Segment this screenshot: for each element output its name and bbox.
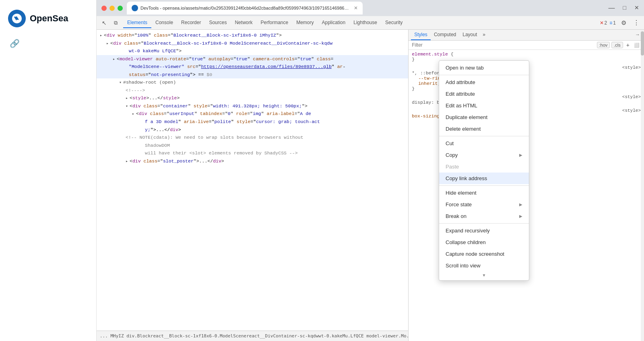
tab-network[interactable]: Network [231,18,256,28]
context-menu-separator-4 [439,223,529,224]
styles-scrollbar[interactable] [641,30,644,341]
context-menu: Open in new tab Add attribute Edit attri… [439,60,529,281]
message-badge: ≡ 1 [609,20,616,26]
context-menu-item-force-state[interactable]: Force state ▶ [439,199,529,210]
context-menu-item-cut[interactable]: Cut [439,138,529,149]
html-content[interactable]: ▸ <div width="100%" class="Blockreact__B… [97,30,408,331]
html-line-cont2: "ModelScene--viewer" src="https://opense… [97,63,408,71]
error-badge: ✕ 2 [600,20,607,26]
pseudo-filter-btn[interactable]: :hov [597,42,610,48]
scroll-down-icon: ▼ [482,273,486,277]
context-menu-item-scroll[interactable]: Scroll into view [439,260,529,271]
tab-computed[interactable]: Computed [431,30,459,40]
maximize-window-btn[interactable] [118,6,123,11]
sidebar-link-icon[interactable]: 🔗 [0,31,29,56]
opensea-logo-text: OpenSea [30,13,68,24]
toolbar-right: ✕ 2 ≡ 1 ⚙ ⋮ [600,18,642,28]
tab-styles[interactable]: Styles [411,30,431,40]
browser-controls-right: — □ ✕ [609,4,639,12]
browser-tab[interactable]: DevTools - opensea.io/assets/matic/0x295… [127,2,363,14]
tab-title: DevTools - opensea.io/assets/matic/0x295… [140,6,350,10]
close-window-btn[interactable] [101,6,107,11]
add-style-btn[interactable]: + [625,42,631,48]
context-menu-item-duplicate[interactable]: Duplicate element [439,111,529,123]
html-line-userinput2: f a 3D model" aria-live="polite" style="… [97,118,408,126]
tab-favicon [132,5,138,11]
context-menu-item-open-tab[interactable]: Open in new tab [439,62,529,74]
html-line-cont3: status="not-presenting"> == $0 [97,71,408,79]
error-x-icon: ✕ [600,20,604,26]
inspect-element-btn[interactable]: ↖ [99,18,109,28]
context-menu-item-edit-attr[interactable]: Edit attribute [439,88,529,100]
html-line-note2: ShadowDOM [97,142,408,150]
devtools-main: 〜 Price History All Time ▾ [97,30,644,341]
context-menu-item-edit-html[interactable]: Edit as HTML [439,100,529,111]
tab-sources[interactable]: Sources [205,18,231,28]
tab-console[interactable]: Console [151,18,177,28]
styles-more-tabs[interactable]: » [481,30,487,40]
browser-chrome: DevTools - opensea.io/assets/matic/0x295… [97,0,644,16]
context-menu-separator-3 [439,185,529,186]
context-menu-item-delete[interactable]: Delete element [439,123,529,135]
html-line: ▸ <div class="Blockreact__Block-sc-1xf18… [97,39,408,47]
settings-btn[interactable]: ⚙ [618,18,629,28]
html-line-style: ▸ <style>...</style> [97,94,408,102]
html-line-note: <!-- NOTE(cdata): We need to wrap slots … [97,134,408,142]
link-icon: 🔗 [10,39,20,48]
tab-recorder[interactable]: Recorder [177,18,205,28]
styles-filter-input[interactable] [412,42,595,48]
styles-filter-row: :hov .cls + ⬜ [409,41,644,50]
more-btn[interactable]: ⋮ [631,18,642,28]
context-menu-item-copy-link[interactable]: Copy link address [439,173,529,184]
html-line-slot: ▸ <div class="slot_poster">...</div> [97,157,408,165]
context-menu-scroll-indicator: ▼ [439,271,529,279]
html-line-comment1: <!----> [97,86,408,94]
html-panel: ▸ <div width="100%" class="Blockreact__B… [97,30,409,341]
close-icon[interactable]: ✕ [634,4,639,12]
context-menu-separator-2 [439,136,529,136]
html-line-selected: ▸ <model-viewer auto-rotate="true" autop… [97,55,408,63]
tab-close-icon[interactable]: ✕ [354,5,358,11]
context-menu-item-collapse[interactable]: Collapse children [439,236,529,248]
tab-memory[interactable]: Memory [292,18,318,28]
class-filter-btn[interactable]: .cls [611,42,623,48]
tab-security[interactable]: Security [381,18,407,28]
html-line-userinput3: y;">...</div> [97,126,408,134]
console-msg-icon: ≡ [609,20,612,26]
context-menu-separator-1 [439,75,529,75]
devtools-wrapper: DevTools - opensea.io/assets/matic/0x295… [97,0,644,341]
copy-submenu-arrow: ▶ [519,153,522,157]
html-line-container: ▾ <div class="container" style="width: 4… [97,102,408,110]
context-menu-item-add-attr[interactable]: Add attribute [439,76,529,88]
context-menu-item-capture[interactable]: Capture node screenshot [439,248,529,260]
tab-elements[interactable]: Elements [123,18,151,28]
window-controls [101,6,123,11]
restore-icon[interactable]: □ [623,4,626,12]
html-line-note3: will have their <slot> elements removed … [97,149,408,157]
minimize-window-btn[interactable] [109,6,115,11]
devtools-body: ↖ ⧉ Elements Console Recorder Sources Ne… [97,16,644,341]
opensea-logo[interactable]: OpenSea [0,6,96,31]
context-menu-item-hide[interactable]: Hide element [439,187,529,199]
context-menu-item-break-on[interactable]: Break on ▶ [439,210,529,222]
html-line-userinput: ▸ <div class="userInput" tabindex="0" ro… [97,110,408,118]
opensea-wave-icon [11,13,23,24]
logo-circle [8,10,26,27]
tab-application[interactable]: Application [318,18,350,28]
tab-layout[interactable]: Layout [459,30,480,40]
styles-panel-close[interactable]: → [634,30,642,40]
device-toolbar-btn[interactable]: ⧉ [110,18,121,28]
html-line-cont: wt-0 kakeMu LfQCE"> [97,47,408,55]
tab-lighthouse[interactable]: Lighthouse [349,18,381,28]
context-menu-item-paste[interactable]: Paste [439,161,529,173]
devtools-toolbar: ↖ ⧉ Elements Console Recorder Sources Ne… [97,16,644,30]
minimize-icon[interactable]: — [609,4,615,12]
new-style-btn[interactable]: ⬜ [633,42,641,48]
html-breadcrumb: ... MHyIZ div.Blockreact__Block-sc-1xf18… [97,331,408,341]
context-menu-item-copy[interactable]: Copy ▶ [439,149,529,161]
context-menu-item-expand[interactable]: Expand recursively [439,225,529,236]
html-line: ▸ <div width="100%" class="Blockreact__B… [97,31,408,39]
tab-performance[interactable]: Performance [256,18,292,28]
opensea-sidebar: OpenSea 🔗 [0,0,97,341]
html-line-shadow: ▾ #shadow-root (open) [97,78,408,86]
